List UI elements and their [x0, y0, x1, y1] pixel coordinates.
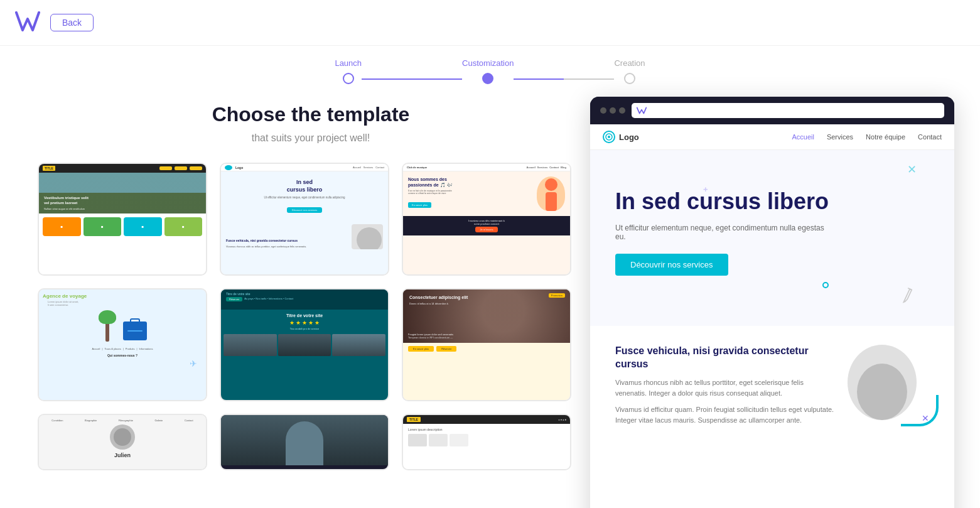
template-card-3[interactable]: Club de musique AccueilServicesContactBl…: [402, 163, 571, 276]
nav-item-accueil[interactable]: Accueil: [792, 133, 814, 141]
browser-dot-1: [600, 107, 606, 114]
template-card-4[interactable]: Agence de voyage Lorem ipsum dolor sit a…: [38, 288, 207, 401]
step-line-2: [514, 78, 614, 80]
deco-x-icon: ✕: [907, 163, 917, 176]
step-customization-label: Customization: [462, 58, 514, 68]
right-panel: Logo Accueil Services Notre équipe Conta…: [584, 90, 973, 508]
svg-point-1: [608, 136, 610, 138]
preview-avatar-figure: [857, 364, 907, 420]
step-customization: Customization: [462, 58, 514, 84]
preview-s2-image: ✕: [848, 345, 929, 420]
browser-address-bar[interactable]: [632, 103, 944, 118]
stepper: Launch Customization Creation: [0, 46, 980, 90]
preview-cta-button[interactable]: Découvrir nos services: [615, 254, 728, 276]
back-button[interactable]: Back: [50, 14, 94, 31]
nav-item-contact[interactable]: Contact: [918, 133, 942, 141]
template-card-1[interactable]: TITLE Vestibulum tristique velitvel pret…: [38, 163, 207, 276]
deco-plus-icon-2: +: [716, 197, 719, 204]
preview-nav: Accueil Services Notre équipe Contact: [792, 133, 942, 141]
browser-dots: [600, 107, 625, 114]
template-grid: TITLE Vestibulum tristique velitvel pret…: [38, 163, 584, 470]
preview-hero-title: In sed cursus libero: [615, 188, 841, 215]
template-card-2[interactable]: Logo AccueilServicesContact In sedcursus…: [220, 163, 389, 276]
step-launch: Launch: [335, 58, 362, 84]
step-line-1: [362, 78, 462, 80]
preview-logo-text: Logo: [619, 132, 639, 142]
preview-hero-subtitle: Ut efficitur elementum neque, eget condi…: [615, 224, 829, 241]
deco-circle: [822, 282, 829, 288]
preview-s2-body1: Vivamus rhoncus nibh ac tellus porttitor…: [615, 377, 835, 399]
deco-x-bottom-icon: ✕: [922, 413, 929, 423]
step-creation-circle: [624, 73, 635, 84]
preview-hero: ✕ + + In sed cursus libero Ut efficitur …: [590, 150, 954, 326]
nav-item-equipe[interactable]: Notre équipe: [866, 133, 905, 141]
deco-plus-icon-1: +: [703, 185, 708, 194]
preview-logo-circle: [603, 131, 615, 143]
nav-item-services[interactable]: Services: [827, 133, 853, 141]
step-customization-circle: [482, 73, 493, 84]
template-card-8[interactable]: [220, 414, 389, 470]
preview-s2-text: Fusce vehicula, nisi gravida consectetur…: [615, 345, 835, 431]
template-card-7[interactable]: ComédienBiographieFilmographieGalerieCon…: [38, 414, 207, 470]
step-creation: Creation: [614, 58, 645, 84]
page-title: Choose the template: [38, 103, 584, 126]
header: Back: [0, 0, 980, 46]
browser-window: Logo Accueil Services Notre équipe Conta…: [590, 97, 954, 508]
logo: [15, 10, 50, 35]
deco-teal-swoosh: [901, 395, 939, 426]
template-card-6[interactable]: Consectetuer adipiscing elitDonec id tel…: [402, 288, 571, 401]
browser-dot-2: [610, 107, 616, 114]
preview-s2-body2: Vivamus id efficitur quam. Proin feugiat…: [615, 404, 835, 426]
preview-logo-area: Logo: [603, 131, 639, 143]
template-card-9[interactable]: TITLE ♦ ♥ ♠ ♣ Lorem ipsum description: [402, 414, 571, 470]
step-creation-label: Creation: [614, 58, 645, 68]
page-subtitle: that suits your project well!: [38, 132, 584, 144]
preview-nav-bar: Logo Accueil Services Notre équipe Conta…: [590, 124, 954, 150]
step-launch-circle: [343, 73, 354, 84]
deco-pencil-icon: [896, 283, 920, 310]
website-preview: Logo Accueil Services Notre équipe Conta…: [590, 124, 954, 508]
main-layout: Choose the template that suits your proj…: [0, 90, 980, 508]
preview-section2: Fusce vehicula, nisi gravida consectetur…: [590, 326, 954, 450]
browser-chrome: [590, 97, 954, 124]
step-launch-label: Launch: [335, 58, 362, 68]
template-card-5[interactable]: Titre de votre site Réserver Au pays • N…: [220, 288, 389, 401]
left-panel: Choose the template that suits your proj…: [38, 90, 584, 508]
preview-s2-title: Fusce vehicula, nisi gravida consectetur…: [615, 345, 835, 371]
browser-dot-3: [619, 107, 625, 114]
